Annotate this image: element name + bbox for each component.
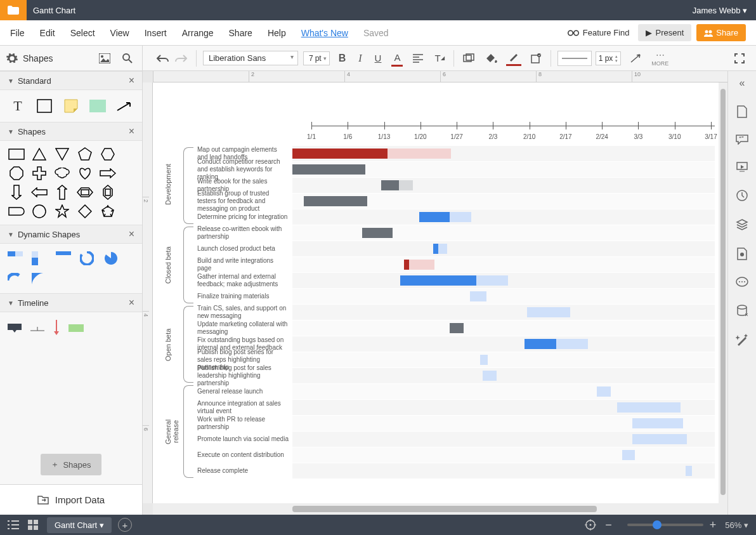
svg-rect-13 <box>89 100 106 112</box>
close-icon[interactable]: × <box>129 228 134 240</box>
text-color-icon[interactable]: A <box>391 50 403 67</box>
grid-view-icon[interactable] <box>28 520 38 530</box>
layers-icon[interactable] <box>736 218 748 231</box>
svg-point-2 <box>705 30 708 33</box>
menu-whats-new[interactable]: What's New <box>301 28 348 38</box>
text-shape[interactable]: T <box>9 99 27 113</box>
rect-shape[interactable] <box>36 99 53 113</box>
menu-share[interactable]: Share <box>229 28 252 38</box>
line-arrow-icon[interactable] <box>627 51 645 66</box>
align-icon[interactable] <box>410 51 426 65</box>
more-button[interactable]: ⋯MORE <box>651 50 668 67</box>
chat-icon[interactable] <box>736 277 748 288</box>
image-icon[interactable] <box>96 51 113 66</box>
close-icon[interactable]: × <box>129 75 134 86</box>
section-standard[interactable]: ▼Standard× <box>0 71 142 90</box>
block-shape[interactable] <box>89 99 107 113</box>
zoom-in-icon[interactable]: + <box>710 518 717 532</box>
line-color-icon[interactable] <box>506 50 521 66</box>
section-timeline[interactable]: ▼Timeline× <box>0 293 142 312</box>
font-size-select[interactable]: 7 pt ▾ <box>303 51 330 65</box>
line-style-select[interactable] <box>557 51 592 66</box>
present-button[interactable]: ▶ Present <box>638 24 691 41</box>
svg-rect-21 <box>8 324 22 330</box>
note-shape[interactable] <box>62 99 80 113</box>
zoom-slider[interactable] <box>627 524 703 526</box>
canvas-area[interactable]: 246810 246 1/11/61/131/201/272/32/102/17… <box>143 71 756 515</box>
close-icon[interactable]: × <box>129 297 134 308</box>
add-shapes-button[interactable]: ＋ Shapes <box>41 454 101 475</box>
user-menu[interactable]: James Webb ▾ <box>693 6 756 15</box>
share-button[interactable]: Share <box>696 24 746 41</box>
task-row[interactable]: Update marketing collateral with messagi… <box>159 320 715 336</box>
menu-help[interactable]: Help <box>268 28 286 38</box>
fullscreen-icon[interactable] <box>732 51 747 66</box>
magic-icon[interactable] <box>736 334 748 347</box>
font-select[interactable]: Liberation Sans <box>203 51 298 65</box>
italic-icon[interactable]: I <box>356 50 364 67</box>
menu-arrange[interactable]: Arrange <box>182 28 214 38</box>
task-row[interactable]: General release launch <box>159 384 715 399</box>
scrollbar-horizontal[interactable] <box>153 503 727 515</box>
list-view-icon[interactable] <box>8 520 19 529</box>
task-row[interactable]: Build and write integrations page <box>159 257 715 272</box>
document-title[interactable]: Gantt Chart <box>27 6 693 15</box>
task-row[interactable]: Publish blog post for sales leadership h… <box>159 368 715 383</box>
task-row[interactable]: Release co-written ebook with partnershi… <box>159 225 715 241</box>
task-row[interactable]: Launch closed product beta <box>159 241 715 256</box>
redo-icon[interactable] <box>172 51 190 66</box>
menu-view[interactable]: View <box>110 28 129 38</box>
menu-edit[interactable]: Edit <box>40 28 55 38</box>
section-dynamic[interactable]: ▼Dynamic Shapes× <box>0 225 142 244</box>
underline-icon[interactable]: U <box>372 50 384 66</box>
undo-icon[interactable] <box>154 51 172 66</box>
task-row[interactable]: Finalize training materials <box>159 289 715 304</box>
svg-rect-35 <box>28 520 32 524</box>
zoom-level[interactable]: 56% ▾ <box>725 520 748 530</box>
section-shapes[interactable]: ▼Shapes× <box>0 122 142 141</box>
svg-rect-36 <box>34 520 38 524</box>
task-row[interactable]: Promote launch via social media <box>159 432 715 447</box>
menu-insert[interactable]: Insert <box>145 28 167 38</box>
target-icon[interactable] <box>585 519 596 531</box>
task-row[interactable]: Determine pricing for integration <box>159 209 715 225</box>
folder-icon[interactable] <box>0 0 27 20</box>
feature-find[interactable]: Feature Find <box>568 28 630 37</box>
zoom-out-icon[interactable]: − <box>605 518 612 532</box>
task-row[interactable]: Train CS, sales, and support on new mess… <box>159 305 715 320</box>
slides-icon[interactable] <box>736 161 748 173</box>
comment-icon[interactable]: ❝❞ <box>736 135 748 145</box>
shape-format-icon[interactable] <box>460 51 477 66</box>
fill-icon[interactable] <box>483 50 500 67</box>
task-row[interactable]: Work with PR to release partnership <box>159 416 715 431</box>
toolbar: Shapes Liberation Sans 7 pt ▾ B I U A T◢… <box>0 46 756 71</box>
text-options-icon[interactable]: T◢ <box>432 50 446 66</box>
menu-file[interactable]: File <box>10 28 25 38</box>
arrow-shape[interactable] <box>115 99 133 113</box>
svg-text:❝❞: ❝❞ <box>739 136 744 140</box>
data-icon[interactable] <box>736 248 748 260</box>
bold-icon[interactable]: B <box>336 50 349 67</box>
page-icon[interactable] <box>736 105 748 118</box>
database-icon[interactable] <box>736 305 748 317</box>
page-tab[interactable]: Gantt Chart ▾ <box>47 517 112 533</box>
task-row[interactable]: Gather internal and external feedback; m… <box>159 273 715 288</box>
history-icon[interactable] <box>736 189 748 202</box>
collapse-icon[interactable]: « <box>740 77 745 89</box>
gear-icon[interactable] <box>6 53 18 64</box>
task-row[interactable]: Announce integration at sales virtual ev… <box>159 400 715 415</box>
shape-options-icon[interactable] <box>528 50 544 67</box>
menu-select[interactable]: Select <box>70 28 95 38</box>
import-data-button[interactable]: Import Data <box>0 484 142 515</box>
line-width-select[interactable]: 1 px▴▾ <box>596 51 622 65</box>
close-icon[interactable]: × <box>129 126 134 137</box>
task-row[interactable]: Execute on content distribution <box>159 447 715 463</box>
add-page-button[interactable]: + <box>118 518 132 532</box>
task-row[interactable]: Release complete <box>159 463 715 479</box>
scrollbar-vertical[interactable] <box>719 83 727 503</box>
search-icon[interactable] <box>119 50 136 67</box>
svg-point-32 <box>741 281 743 282</box>
svg-rect-17 <box>15 251 23 256</box>
task-row[interactable]: Establish group of trusted testers for f… <box>159 194 715 209</box>
task-row[interactable]: Conduct competitior research and establi… <box>159 162 715 177</box>
